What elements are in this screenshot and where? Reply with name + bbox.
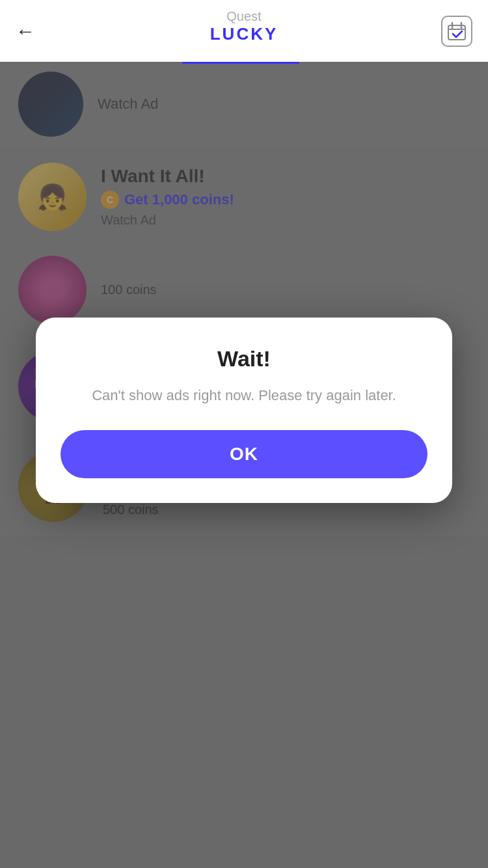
lucky-label: LUCKY <box>210 24 278 44</box>
modal-dialog: Wait! Can't show ads right now. Please t… <box>36 318 452 503</box>
back-button[interactable]: ← <box>16 20 35 42</box>
quest-label: Quest <box>226 9 261 24</box>
modal-title: Wait! <box>217 346 271 372</box>
calendar-button[interactable] <box>441 16 472 47</box>
modal-ok-button[interactable]: OK <box>61 430 427 478</box>
modal-body: Can't show ads right now. Please try aga… <box>92 385 396 407</box>
calendar-icon <box>446 21 467 42</box>
header-titles: Quest LUCKY <box>210 9 278 44</box>
